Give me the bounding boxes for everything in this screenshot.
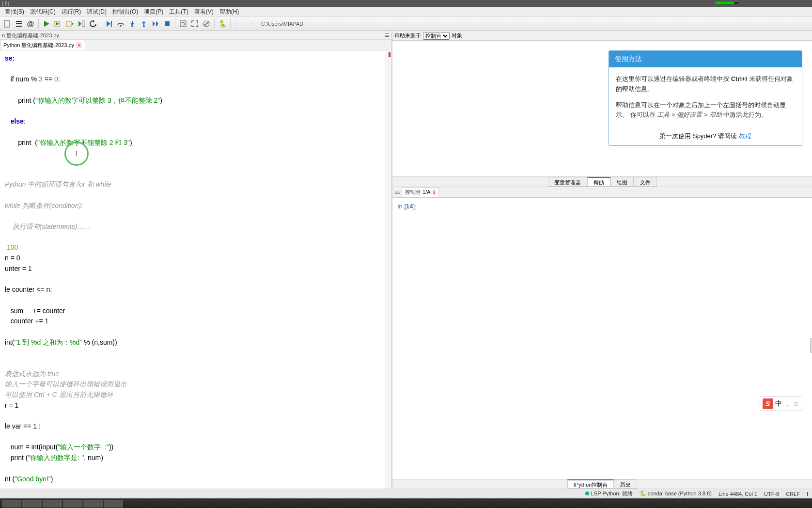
run-selection-icon[interactable] (76, 18, 87, 29)
taskbar-item[interactable] (83, 500, 103, 508)
menu-source[interactable]: 源代码(C) (27, 7, 59, 16)
tab-ipython[interactable]: IPython控制台 (567, 479, 614, 489)
ime-indicator[interactable]: S 中 ， ☺ (760, 397, 802, 411)
menu-help[interactable]: 帮助(H) (217, 7, 242, 16)
console-new-icon[interactable]: ▭ (394, 189, 400, 196)
menu-bar: 查找(S) 源代码(C) 运行(R) 调试(D) 控制台(O) 项目(P) 工具… (0, 7, 812, 16)
step-into-icon[interactable] (127, 18, 138, 29)
title-fragment: (.8) (2, 1, 9, 6)
run-cell-icon[interactable] (53, 18, 63, 29)
taskbar-item[interactable] (104, 500, 123, 508)
tab-plot[interactable]: 绘图 (610, 177, 634, 187)
close-tab-icon[interactable]: × (76, 42, 82, 48)
nav-forward-icon[interactable]: → (245, 18, 255, 29)
svg-rect-8 (165, 21, 170, 26)
pane-menu-icon[interactable]: ☰ (385, 32, 390, 38)
tutorial-link[interactable]: 教程 (739, 132, 751, 140)
python-icon[interactable]: 🐍 (217, 18, 228, 29)
ipython-console[interactable]: In [14]: (392, 198, 812, 479)
main-area: n 量化编程基础-2023.py ☰ Python 量化编程基础-2023.py… (0, 31, 812, 489)
fullscreen-icon[interactable] (189, 18, 200, 29)
svg-point-6 (131, 25, 133, 27)
help-card-body: 在这里你可以通过在编辑器或者终端中按 Ctrl+I 来获得任何对象的帮助信息。 … (609, 67, 802, 127)
menu-debug[interactable]: 调试(D) (84, 7, 109, 16)
code-comment: Python 中的循环语句有 for 和 while (5, 180, 111, 188)
settings-icon[interactable] (201, 18, 212, 29)
right-pane-tabs: 变量管理器 帮助 绘图 文件 (392, 176, 812, 187)
debug-play-icon[interactable] (104, 18, 114, 29)
help-source-label: 帮助来源于 (394, 32, 421, 39)
status-lsp: LSP Python: 就绪 (585, 490, 633, 497)
console-tab-label: 控制台 1/A (405, 189, 431, 196)
tab-files[interactable]: 文件 (634, 177, 657, 187)
taskbar-item[interactable] (2, 500, 21, 508)
console-prompt: In [14]: (397, 203, 417, 210)
help-object-label: 对象 (452, 32, 462, 39)
console-pane-tabs: IPython控制台 历史 (392, 479, 812, 489)
tab-history[interactable]: 历史 (614, 479, 637, 489)
progress-indicator (715, 1, 739, 4)
menu-run[interactable]: 运行(R) (59, 7, 84, 16)
status-line: Line 4484, Col 1 (718, 491, 757, 497)
help-header: 帮助来源于 控制台 对象 (392, 31, 812, 41)
menu-tools[interactable]: 工具(T) (166, 7, 191, 16)
status-conda: 🐍 conda: base (Python 3.8.8) (640, 491, 712, 497)
new-file-icon[interactable] (2, 18, 13, 29)
svg-rect-2 (66, 21, 71, 26)
menu-view[interactable]: 查看(V) (191, 7, 217, 16)
code-line: se: (5, 54, 15, 62)
breadcrumb: n 量化编程基础-2023.py ☰ (0, 31, 391, 40)
path-display: C:\Users\MIAPAD (261, 21, 303, 27)
help-card-footer: 第一次使用 Spyder? 请阅读 教程 (609, 127, 802, 145)
run-icon[interactable] (41, 18, 52, 29)
svg-point-10 (182, 22, 185, 25)
taskbar-item[interactable] (22, 500, 42, 508)
restart-icon[interactable] (88, 18, 98, 29)
help-card-title: 使用方法 (609, 51, 802, 67)
step-out-icon[interactable] (139, 18, 149, 29)
at-icon[interactable]: @ (25, 18, 36, 29)
tab-variables[interactable]: 变量管理器 (548, 177, 587, 187)
nav-back-icon[interactable]: ← (233, 18, 244, 29)
find-icon[interactable] (178, 18, 188, 29)
svg-rect-4 (111, 21, 112, 27)
taskbar-item[interactable] (43, 500, 62, 508)
help-card: 使用方法 在这里你可以通过在编辑器或者终端中按 Ctrl+I 来获得任何对象的帮… (609, 50, 802, 146)
scroll-indicator[interactable] (385, 50, 391, 489)
cursor-highlight: I (64, 142, 89, 166)
tab-label: Python 量化编程基础-2023.py (3, 42, 74, 49)
status-encoding: UTF-8 (764, 491, 779, 497)
continue-icon[interactable] (150, 18, 161, 29)
editor-pane: n 量化编程基础-2023.py ☰ Python 量化编程基础-2023.py… (0, 31, 392, 489)
menu-console[interactable]: 控制台(O) (109, 7, 141, 16)
editor-tab[interactable]: Python 量化编程基础-2023.py × (0, 40, 85, 50)
split-handle[interactable] (810, 338, 812, 353)
right-pane: 帮助来源于 控制台 对象 使用方法 在这里你可以通过在编辑器或者终端中按 Ctr… (392, 31, 812, 489)
code-editor[interactable]: se: if num % 3 == 0: print ("你输入的数字可以整除 … (0, 50, 391, 489)
list-icon[interactable] (14, 18, 24, 29)
editor-tabs: Python 量化编程基础-2023.py × (0, 40, 391, 50)
menu-search[interactable]: 查找(S) (2, 7, 27, 16)
svg-rect-3 (82, 21, 85, 27)
os-taskbar[interactable] (0, 498, 812, 508)
run-cell-advance-icon[interactable] (64, 18, 75, 29)
help-source-select[interactable]: 控制台 (423, 32, 450, 40)
toolbar: @ 🐍 ← → C:\Users\MIAPAD (0, 16, 812, 31)
console-tab[interactable]: 控制台 1/A × (402, 187, 439, 197)
close-console-icon[interactable]: × (433, 190, 436, 195)
svg-point-7 (143, 25, 145, 27)
tab-help[interactable]: 帮助 (587, 177, 610, 187)
svg-point-5 (120, 25, 122, 27)
crumb-text: n 量化编程基础-2023.py (2, 32, 59, 38)
ime-face-icon[interactable]: ☺ (793, 400, 799, 408)
status-bar: LSP Python: 就绪 🐍 conda: base (Python 3.8… (0, 489, 812, 498)
help-body: 使用方法 在这里你可以通过在编辑器或者终端中按 Ctrl+I 来获得任何对象的帮… (392, 41, 812, 176)
stop-icon[interactable] (162, 18, 172, 29)
step-over-icon[interactable] (115, 18, 126, 29)
ime-lang[interactable]: 中 (775, 399, 782, 408)
status-extra: I (807, 491, 808, 497)
menu-project[interactable]: 项目(P) (141, 7, 166, 16)
ime-punct[interactable]: ， (784, 399, 791, 408)
status-eol: CRLF (786, 491, 800, 497)
taskbar-item[interactable] (63, 500, 82, 508)
